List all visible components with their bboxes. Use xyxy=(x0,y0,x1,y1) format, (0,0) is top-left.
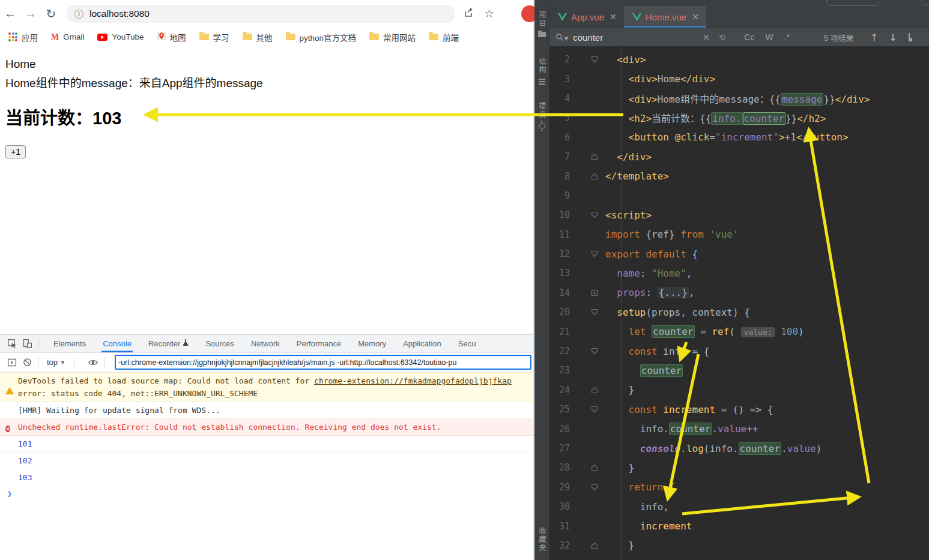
search-history-icon[interactable]: ⟲ xyxy=(719,32,726,42)
bookmark-item[interactable]: YouTube xyxy=(97,32,144,41)
increment-button[interactable]: +1 xyxy=(5,145,26,158)
toolbar-circle-icon[interactable] xyxy=(921,0,929,5)
fold-marker[interactable] xyxy=(570,211,605,218)
next-occurrence-icon[interactable]: ↓ xyxy=(889,32,897,43)
fold-marker[interactable] xyxy=(570,153,605,160)
code-line: 24 } xyxy=(549,381,929,400)
bookmark-label: python官方文档 xyxy=(300,31,357,43)
bookmark-item[interactable]: 前端 xyxy=(429,31,459,43)
open-in-find-window-icon[interactable] xyxy=(909,33,910,41)
code-token: increment xyxy=(640,520,692,532)
tab-app-vue[interactable]: App.vue ✕ xyxy=(549,6,624,28)
code-token: <button xyxy=(629,131,675,143)
back-icon[interactable]: ← xyxy=(0,7,20,20)
previous-occurrence-icon[interactable]: ↑ xyxy=(870,32,878,43)
browser-toolbar: ← → ↻ ⓘ localhost:8080 ☆ xyxy=(0,0,533,27)
vue-icon xyxy=(558,13,567,21)
editor-tabbar: App.vue ✕ Home.vue ✕ xyxy=(549,6,929,28)
devtools-tab-console[interactable]: Console xyxy=(101,336,133,352)
search-query[interactable]: counter xyxy=(573,32,603,43)
code-editor[interactable]: 2 <div>3 <div>Home</div>4 <div>Home组件中的m… xyxy=(549,47,929,560)
context-selector[interactable]: top xyxy=(47,358,58,367)
devtools-tab-application[interactable]: Application xyxy=(402,336,443,352)
code-token: : xyxy=(640,268,652,279)
log-value: 101 xyxy=(18,439,32,448)
inspect-icon[interactable] xyxy=(7,339,17,349)
tab-home-vue[interactable]: Home.vue ✕ xyxy=(624,6,706,28)
console-filter-input[interactable] xyxy=(115,355,531,370)
devtools-tab-label: Elements xyxy=(53,336,86,352)
match-case-toggle[interactable]: Cc xyxy=(744,32,754,42)
code-token: { xyxy=(692,248,698,260)
close-icon[interactable]: ✕ xyxy=(692,12,699,22)
commit-icon xyxy=(539,123,545,129)
bookmark-item[interactable]: python官方文档 xyxy=(286,31,357,43)
reload-icon[interactable]: ↻ xyxy=(41,7,61,21)
fold-marker[interactable] xyxy=(570,309,605,316)
devtools-tab-memory[interactable]: Memory xyxy=(357,336,387,352)
browser-window: ← → ↻ ⓘ localhost:8080 ☆ 应用MGmailYouTube… xyxy=(0,0,533,560)
ide-window: 项目 结构 提交 收藏夹 App.vue ✕ Hom xyxy=(534,0,929,560)
forward-icon[interactable]: → xyxy=(20,7,41,20)
code-token: ref xyxy=(712,326,729,337)
devtools-tab-sources[interactable]: Sources xyxy=(204,336,235,352)
close-icon[interactable]: ✕ xyxy=(610,12,617,22)
ide-toolwindow-strip: 项目 结构 提交 收藏夹 xyxy=(534,6,549,560)
console-prompt-row[interactable]: ❯ xyxy=(0,486,533,500)
console-log-row: 103 xyxy=(0,469,533,486)
fold-marker[interactable] xyxy=(570,387,605,394)
bookmark-label: Gmail xyxy=(63,32,84,41)
fold-marker[interactable] xyxy=(570,250,605,257)
bookmark-item[interactable]: MGmail xyxy=(51,32,84,42)
regex-toggle[interactable]: .* xyxy=(784,32,790,42)
bookmark-item[interactable]: 学习 xyxy=(199,31,229,43)
bookmark-item[interactable]: 应用 xyxy=(8,31,38,43)
fold-marker[interactable] xyxy=(570,289,605,297)
line-number: 31 xyxy=(549,521,570,532)
code-token: ) xyxy=(798,326,804,337)
warning-link[interactable]: chrome-extension://fmkadmapgofadopljbjfk… xyxy=(314,376,512,385)
bookmark-item[interactable]: 地图 xyxy=(157,31,186,43)
bookmark-star-icon[interactable]: ☆ xyxy=(484,7,494,20)
devtools-tab-network[interactable]: Network xyxy=(250,336,281,352)
console-sidebar-icon[interactable] xyxy=(7,358,17,367)
folder-icon xyxy=(286,34,295,40)
fold-marker[interactable] xyxy=(570,348,605,355)
toolwindow-project[interactable]: 项目 xyxy=(534,11,549,37)
fold-marker[interactable] xyxy=(570,173,605,180)
line-number: 32 xyxy=(549,540,570,551)
bookmark-item[interactable]: 其他 xyxy=(243,31,273,43)
fold-marker[interactable] xyxy=(570,464,605,471)
run-configuration-button[interactable] xyxy=(826,0,880,6)
code-token xyxy=(605,73,629,85)
fold-marker[interactable] xyxy=(570,484,605,491)
device-toolbar-icon[interactable] xyxy=(22,339,32,349)
code-text: <div>Home组件中的message：{{message}}</div> xyxy=(605,91,870,106)
whole-words-toggle[interactable]: W xyxy=(765,32,773,42)
code-token: increment xyxy=(721,131,773,143)
fold-marker[interactable] xyxy=(570,56,605,63)
code-line: 23 counter xyxy=(549,361,929,380)
fold-marker[interactable] xyxy=(570,542,605,549)
code-token: {{ xyxy=(769,94,781,105)
clear-search-icon[interactable]: ✕ xyxy=(702,32,710,43)
line-number: 13 xyxy=(549,268,570,278)
devtools-tab-recorder[interactable]: Recorder xyxy=(147,336,190,352)
toolwindow-structure[interactable]: 结构 xyxy=(534,58,549,85)
live-expression-eye-icon[interactable] xyxy=(88,357,98,368)
share-icon[interactable] xyxy=(464,7,474,20)
chevron-down-icon[interactable]: ▼ xyxy=(564,36,568,41)
address-bar[interactable]: ⓘ localhost:8080 xyxy=(66,5,455,23)
code-token xyxy=(605,131,629,143)
code-line: 2 <div> xyxy=(549,50,929,69)
devtools-tab-performance[interactable]: Performance xyxy=(295,336,342,352)
toolwindow-favorites[interactable]: 收藏夹 xyxy=(534,527,549,552)
bookmark-item[interactable]: 常用网站 xyxy=(369,31,416,43)
devtools-tab-secu[interactable]: Secu xyxy=(457,336,477,352)
code-token: Home xyxy=(658,73,681,85)
toolwindow-commit[interactable]: 提交 xyxy=(534,102,549,129)
clear-console-icon[interactable] xyxy=(23,358,32,367)
page-info-icon[interactable]: ⓘ xyxy=(74,7,83,20)
fold-marker[interactable] xyxy=(570,406,605,413)
devtools-tab-elements[interactable]: Elements xyxy=(52,336,87,352)
